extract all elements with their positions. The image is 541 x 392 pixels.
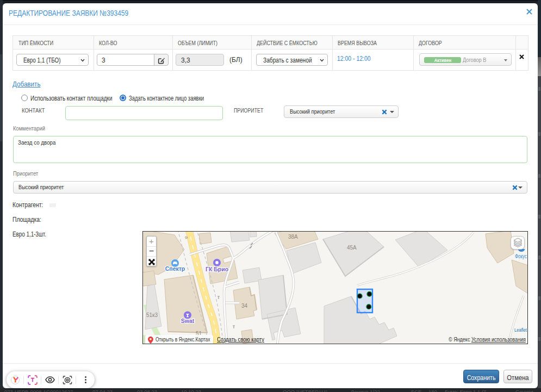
svg-text:45А: 45А	[347, 245, 357, 251]
svg-text:Swat: Swat	[181, 318, 195, 324]
svg-text:34: 34	[241, 303, 248, 309]
svg-text:51к3: 51к3	[146, 312, 158, 318]
svg-text:ГК Брио: ГК Брио	[206, 266, 228, 272]
svg-text:Спектр: Спектр	[165, 265, 185, 272]
svg-text:38А: 38А	[288, 234, 298, 240]
